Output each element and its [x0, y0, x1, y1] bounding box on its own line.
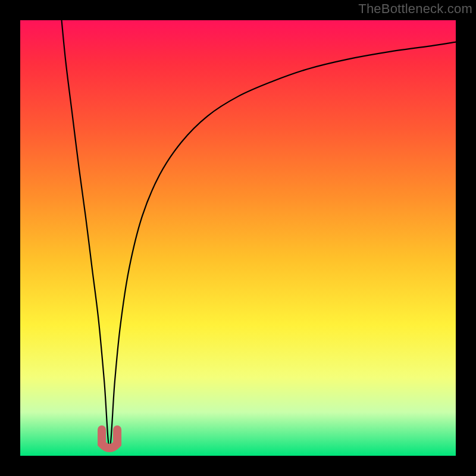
attribution-text: TheBottleneck.com: [358, 1, 472, 17]
chart-container: TheBottleneck.com: [0, 0, 476, 476]
chart-background: [20, 20, 456, 456]
chart-svg: [0, 0, 476, 476]
